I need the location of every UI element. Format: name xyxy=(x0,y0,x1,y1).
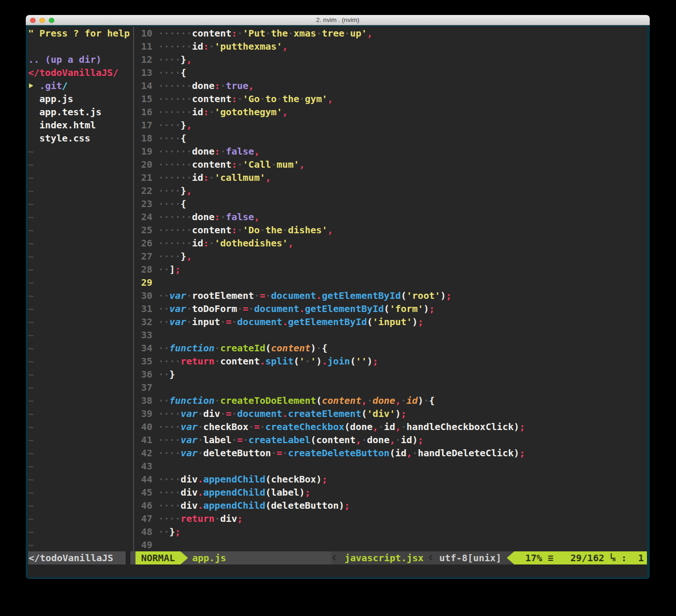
code-line-30[interactable]: 30 ··var·rootElement·=·document.getEleme… xyxy=(135,290,451,301)
desktop-background: 2. nvim . (nvim) " Press ? for help .. (… xyxy=(0,0,676,616)
line-number: 13 xyxy=(135,67,158,78)
collapsed-dir-arrow-icon[interactable] xyxy=(29,83,33,88)
tree-filler-tilde: ~ xyxy=(28,185,34,196)
code-line-41[interactable]: 41 ····var·label·=·createLabel(content,·… xyxy=(135,434,423,445)
code-line-21[interactable]: 21 ······id:·'callmum', xyxy=(135,172,271,183)
line-number: 28 xyxy=(135,264,158,275)
code-line-48[interactable]: 48 ··}; xyxy=(135,526,180,537)
code-line-47[interactable]: 47 ····return·div; xyxy=(135,513,243,524)
code-line-28[interactable]: 28 ··]; xyxy=(135,264,180,275)
line-number: 41 xyxy=(135,434,158,445)
window-titlebar[interactable]: 2. nvim . (nvim) xyxy=(26,15,650,25)
line-number: 21 xyxy=(135,172,158,183)
code-line-25[interactable]: 25 ······content:·'Do·the·dishes', xyxy=(135,224,333,236)
minimize-button[interactable] xyxy=(39,18,45,23)
code-line-45[interactable]: 45 ····div.appendChild(label); xyxy=(135,487,310,498)
tree-item-style-css[interactable]: style.css xyxy=(28,133,90,144)
code-line-17[interactable]: 17 ····}, xyxy=(135,119,192,131)
code-line-44[interactable]: 44 ····div.appendChild(checkBox); xyxy=(135,474,327,485)
line-number: 45 xyxy=(135,487,158,498)
tree-filler-tilde: ~ xyxy=(28,434,34,445)
terminal-content[interactable]: " Press ? for help .. (up a dir) </todoV… xyxy=(28,27,647,577)
line-number: 40 xyxy=(135,421,158,432)
code-line-32[interactable]: 32 ··var·input·=·document.getElementById… xyxy=(135,316,423,327)
editor-buffer[interactable]: 10 ······content:·'Put·the·xmas·tree·up'… xyxy=(135,27,525,551)
tree-filler-tilde: ~ xyxy=(28,382,34,393)
tree-filler-tilde: ~ xyxy=(28,198,34,209)
code-line-36[interactable]: 36 ··} xyxy=(135,369,175,380)
zoom-button[interactable] xyxy=(49,18,54,23)
code-line-34[interactable]: 34 ··function·createId(content)·{ xyxy=(135,342,327,354)
code-line-16[interactable]: 16 ······id:·'gotothegym', xyxy=(135,106,288,118)
tree-item-up-dir[interactable]: .. (up a dir) xyxy=(28,54,102,65)
line-number: 46 xyxy=(135,500,158,511)
tree-filler-tilde: ~ xyxy=(28,447,34,459)
code-line-37[interactable]: 37 xyxy=(135,382,158,393)
line-number: 32 xyxy=(135,316,158,327)
line-number: 29 xyxy=(135,277,158,288)
line-number: 12 xyxy=(135,54,158,65)
code-line-29[interactable]: 29 xyxy=(135,277,158,288)
tree-root[interactable]: </todoVanillaJS/ xyxy=(28,67,119,78)
code-line-26[interactable]: 26 ······id:·'dothedishes', xyxy=(135,237,293,249)
code-line-43[interactable]: 43 xyxy=(135,460,158,472)
statusline-encoding: utf-8[unix] xyxy=(439,551,501,564)
statusline-gap xyxy=(126,551,130,564)
code-line-39[interactable]: 39 ····var·div·=·document.createElement(… xyxy=(135,408,406,419)
tree-item-app-js[interactable]: app.js xyxy=(28,93,73,104)
tree-item-app-test-js[interactable]: app.test.js xyxy=(28,106,102,118)
line-number: 26 xyxy=(135,237,158,249)
tree-filler-tilde: ~ xyxy=(28,224,34,236)
line-number: 15 xyxy=(135,93,158,104)
line-number: 33 xyxy=(135,329,158,341)
code-line-19[interactable]: 19 ······done:·false, xyxy=(135,146,260,157)
line-number: 48 xyxy=(135,526,158,537)
line-number: 25 xyxy=(135,224,158,236)
code-line-11[interactable]: 11 ······id:·'putthexmas', xyxy=(135,41,288,52)
line-number: 31 xyxy=(135,303,158,314)
code-line-40[interactable]: 40 ····var·checkBox·=·createCheckbox(don… xyxy=(135,421,525,432)
code-line-18[interactable]: 18 ····{ xyxy=(135,133,186,144)
tree-filler-tilde: ~ xyxy=(28,539,34,550)
code-line-10[interactable]: 10 ······content:·'Put·the·xmas·tree·up'… xyxy=(135,28,373,39)
line-number: 34 xyxy=(135,342,158,354)
tree-filler-tilde: ~ xyxy=(28,500,34,511)
line-number: 44 xyxy=(135,474,158,485)
line-number: 10 xyxy=(135,28,158,39)
code-line-38[interactable]: 38 ··function·createToDoElement(content,… xyxy=(135,395,435,406)
close-button[interactable] xyxy=(30,18,36,23)
code-line-33[interactable]: 33 xyxy=(135,329,158,341)
vertical-split-separator[interactable] xyxy=(133,27,134,551)
code-line-20[interactable]: 20 ······content:·'Call·mum', xyxy=(135,159,305,170)
code-line-12[interactable]: 12 ····}, xyxy=(135,54,192,65)
statusline-position-text: 17% ≡ 29/162 LN : 1 xyxy=(525,551,644,564)
statusline-percent-and-position: 17% ≡ 29/162 xyxy=(525,552,610,564)
tree-item-git-dir[interactable]: .git/ xyxy=(28,80,68,91)
tree-filler-tilde: ~ xyxy=(28,356,34,367)
code-line-27[interactable]: 27 ····}, xyxy=(135,251,192,262)
tree-item-index-html[interactable]: index.html xyxy=(28,119,96,131)
code-line-22[interactable]: 22 ····}, xyxy=(135,185,192,196)
code-line-23[interactable]: 23 ····{ xyxy=(135,198,186,209)
code-line-35[interactable]: 35 ····return·content.split('·').join(''… xyxy=(135,356,378,367)
code-line-49[interactable]: 49 xyxy=(135,539,158,550)
tree-filler-tilde: ~ xyxy=(28,474,34,485)
command-line[interactable] xyxy=(28,564,647,577)
terminal-window[interactable]: 2. nvim . (nvim) " Press ? for help .. (… xyxy=(26,15,650,579)
code-line-42[interactable]: 42 ····var·deleteButton·=·createDeleteBu… xyxy=(135,447,525,459)
code-line-46[interactable]: 46 ····div.appendChild(deleteButton); xyxy=(135,500,350,511)
tree-filler-tilde: ~ xyxy=(28,421,34,432)
statusline-split-cell xyxy=(130,551,135,564)
tree-filler-tilde: ~ xyxy=(28,264,34,275)
code-line-31[interactable]: 31 ··var·toDoForm·=·document.getElementB… xyxy=(135,303,435,314)
tree-filler-tilde: ~ xyxy=(28,513,34,524)
window-title: 2. nvim . (nvim) xyxy=(26,15,650,25)
nerdtree-sidebar[interactable]: " Press ? for help .. (up a dir) </todoV… xyxy=(28,27,130,551)
line-number: 20 xyxy=(135,159,158,170)
code-line-15[interactable]: 15 ······content:·'Go·to·the·gym', xyxy=(135,93,333,104)
line-number: 37 xyxy=(135,382,158,393)
code-line-24[interactable]: 24 ······done:·false, xyxy=(135,211,260,223)
powerline-separator-left-icon xyxy=(507,551,514,564)
code-line-13[interactable]: 13 ····{ xyxy=(135,67,186,78)
code-line-14[interactable]: 14 ······done:·true, xyxy=(135,80,254,91)
